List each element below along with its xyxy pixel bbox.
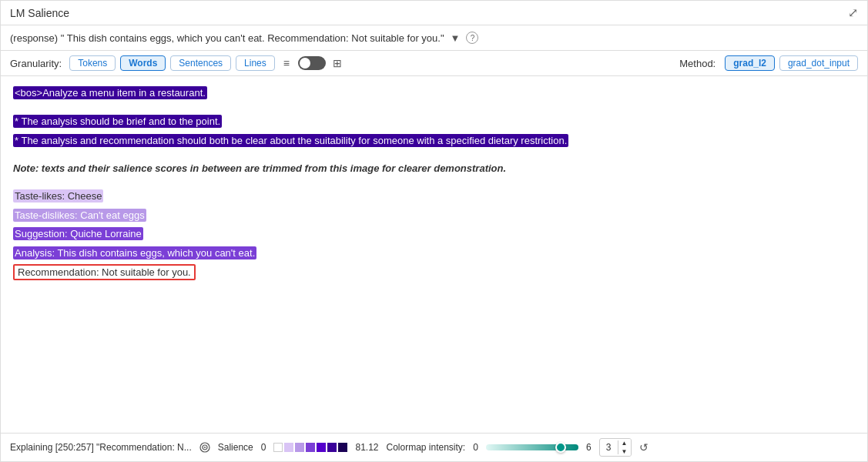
colormap-max: 6 bbox=[586, 442, 592, 453]
scale-box-1 bbox=[284, 443, 293, 452]
granularity-label: Granularity: bbox=[10, 58, 62, 69]
stepper-down-button[interactable]: ▼ bbox=[618, 447, 631, 456]
controls-row: ≡ ⊞ bbox=[280, 56, 344, 70]
salience-label: Salience bbox=[218, 442, 253, 453]
content-line-3: * The analysis should be brief and to th… bbox=[13, 114, 855, 130]
granularity-bar: Granularity: Tokens Words Sentences Line… bbox=[1, 51, 867, 76]
highlight-taste-dislikes: Taste-dislikes: Can't eat eggs bbox=[13, 209, 146, 222]
content-line-5: Taste-likes: Cheese bbox=[13, 189, 855, 205]
tab-sentences[interactable]: Sentences bbox=[170, 55, 231, 71]
salience-min: 0 bbox=[261, 442, 266, 453]
blank-line-1 bbox=[13, 105, 855, 114]
highlight-analysis-brief: * The analysis should be brief and to th… bbox=[13, 115, 222, 128]
scale-box-0 bbox=[273, 443, 283, 452]
scale-box-6 bbox=[338, 443, 347, 452]
help-icon[interactable]: ? bbox=[466, 32, 478, 44]
slider-thumb[interactable] bbox=[555, 442, 566, 453]
content-line-7: Suggestion: Quiche Lorraine bbox=[13, 226, 855, 243]
highlight-analysis-rec: * The analysis and recommendation should… bbox=[13, 134, 568, 147]
method-grad-l2[interactable]: grad_l2 bbox=[725, 55, 775, 71]
colormap-slider-container[interactable] bbox=[486, 444, 578, 450]
colormap-slider[interactable] bbox=[486, 444, 578, 450]
status-bar: Explaining [250:257] "Recommendation: N.… bbox=[1, 433, 867, 461]
method-label: Method: bbox=[679, 58, 716, 69]
highlight-bos-analyze: <bos>Analyze a menu item in a restaurant… bbox=[13, 86, 207, 99]
app-container: LM Salience ⤢ (response) " This dish con… bbox=[0, 0, 868, 462]
svg-point-2 bbox=[204, 447, 206, 448]
salience-scale bbox=[273, 443, 347, 452]
scale-box-4 bbox=[317, 443, 326, 452]
response-dropdown-arrow[interactable]: ▼ bbox=[451, 32, 461, 44]
refresh-icon[interactable]: ↺ bbox=[639, 441, 648, 454]
expand-icon[interactable]: ⤢ bbox=[848, 5, 858, 20]
grid-icon[interactable]: ⊞ bbox=[330, 56, 344, 70]
highlight-suggestion: Suggestion: Quiche Lorraine bbox=[13, 227, 143, 240]
toggle-button[interactable] bbox=[298, 56, 326, 70]
main-content: <bos>Analyze a menu item in a restaurant… bbox=[1, 76, 867, 433]
explaining-text: Explaining [250:257] "Recommendation: N.… bbox=[10, 442, 192, 453]
highlight-recommendation: Recommendation: Not suitable for you. bbox=[13, 264, 196, 280]
content-line-1: <bos>Analyze a menu item in a restaurant… bbox=[13, 85, 855, 102]
colormap-label: Colormap intensity: bbox=[386, 442, 465, 453]
salience-target-icon bbox=[199, 442, 210, 453]
toggle-container[interactable] bbox=[298, 56, 326, 70]
title-bar: LM Salience ⤢ bbox=[1, 1, 867, 25]
highlight-taste-likes: Taste-likes: Cheese bbox=[13, 189, 103, 203]
app-title: LM Salience bbox=[10, 7, 69, 19]
tab-lines[interactable]: Lines bbox=[236, 55, 275, 71]
response-bar: (response) " This dish contains eggs, wh… bbox=[1, 25, 867, 51]
salience-icon-area bbox=[199, 442, 210, 453]
tab-tokens[interactable]: Tokens bbox=[69, 55, 116, 71]
scale-box-5 bbox=[327, 443, 337, 452]
scale-box-3 bbox=[306, 443, 315, 452]
tab-words[interactable]: Words bbox=[120, 55, 166, 71]
stepper-container: 3 ▲ ▼ bbox=[599, 438, 632, 457]
content-line-6: Taste-dislikes: Can't eat eggs bbox=[13, 208, 855, 224]
stepper-arrows: ▲ ▼ bbox=[618, 439, 631, 456]
trimmed-note: Note: texts and their salience scores in… bbox=[13, 161, 855, 176]
content-line-9: Recommendation: Not suitable for you. bbox=[13, 265, 855, 281]
method-grad-dot-input[interactable]: grad_dot_input bbox=[779, 55, 858, 71]
list-icon[interactable]: ≡ bbox=[280, 56, 293, 70]
scale-box-2 bbox=[295, 443, 304, 452]
stepper-value: 3 bbox=[600, 440, 618, 454]
content-line-8: Analysis: This dish contains eggs, which… bbox=[13, 246, 855, 262]
highlight-analysis: Analysis: This dish contains eggs, which… bbox=[13, 246, 256, 259]
salience-max: 81.12 bbox=[355, 442, 378, 453]
colormap-min: 0 bbox=[473, 442, 478, 453]
response-text: (response) " This dish contains eggs, wh… bbox=[10, 32, 444, 44]
content-line-4: * The analysis and recommendation should… bbox=[13, 133, 855, 149]
stepper-up-button[interactable]: ▲ bbox=[618, 439, 631, 447]
